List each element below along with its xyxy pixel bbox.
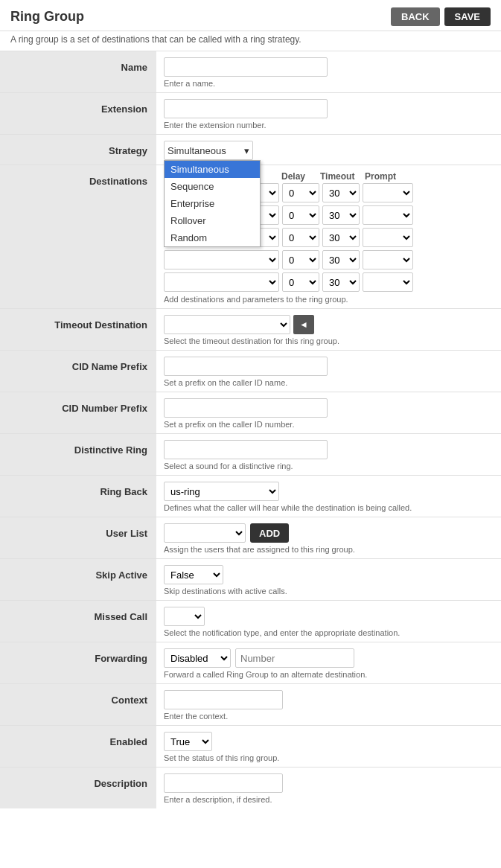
page-subtitle: A ring group is a set of destinations th…	[0, 31, 501, 51]
prompt-select-1[interactable]	[363, 183, 413, 202]
destinations-label: Destinations	[0, 165, 156, 309]
name-label: Name	[0, 51, 156, 93]
distinctive-ring-value-cell: Select a sound for a distinctive ring.	[156, 434, 501, 476]
strategy-value-cell: Simultaneous ▾ Simultaneous Sequence Ent…	[156, 135, 501, 165]
timeout-destination-hint: Select the timeout destination for this …	[164, 336, 494, 345]
delay-select-2[interactable]: 0	[282, 205, 319, 225]
extension-input[interactable]	[164, 99, 328, 118]
strategy-dropdown-arrow: ▾	[244, 145, 249, 156]
description-row: Description Enter a description, if desi…	[0, 768, 501, 809]
cid-number-prefix-label: CID Number Prefix	[0, 392, 156, 434]
user-list-value-cell: ADD Assign the users that are assigned t…	[156, 517, 501, 559]
user-list-select[interactable]	[164, 523, 246, 543]
forwarding-hint: Forward a called Ring Group to an altern…	[164, 670, 494, 679]
strategy-container: Simultaneous ▾ Simultaneous Sequence Ent…	[164, 141, 253, 160]
prompt-select-2[interactable]	[363, 205, 413, 225]
missed-call-select[interactable]	[164, 607, 205, 626]
header-buttons: BACK SAVE	[391, 7, 491, 26]
context-value-cell: Enter the context.	[156, 684, 501, 726]
description-hint: Enter a description, if desired.	[164, 795, 494, 804]
prompt-header: Prompt	[365, 171, 424, 182]
ring-back-row: Ring Back us-ring Defines what the calle…	[0, 476, 501, 517]
cid-number-prefix-hint: Set a prefix on the caller ID number.	[164, 420, 494, 429]
strategy-option-simultaneous[interactable]: Simultaneous	[165, 161, 260, 178]
prompt-select-4[interactable]	[363, 250, 413, 269]
timeout-select-5[interactable]: 30	[322, 272, 360, 292]
distinctive-ring-label: Distinctive Ring	[0, 434, 156, 476]
ring-back-value-cell: us-ring Defines what the caller will hea…	[156, 476, 501, 517]
user-list-row-tr: User List ADD Assign the users that are …	[0, 517, 501, 559]
cid-number-prefix-row: CID Number Prefix Set a prefix on the ca…	[0, 392, 501, 434]
distinctive-ring-input[interactable]	[164, 440, 328, 459]
timeout-header: Timeout	[320, 171, 365, 182]
context-input[interactable]	[164, 690, 283, 709]
missed-call-inner	[164, 607, 494, 626]
timeout-back-button[interactable]: ◄	[293, 315, 314, 334]
delay-select-5[interactable]: 0	[282, 272, 319, 292]
strategy-option-sequence[interactable]: Sequence	[165, 178, 260, 195]
delay-select-3[interactable]: 0	[282, 228, 319, 247]
timeout-select-4[interactable]: 30	[322, 250, 360, 269]
strategy-option-random[interactable]: Random	[165, 229, 260, 246]
page-title: Ring Group	[10, 9, 84, 25]
name-input[interactable]	[164, 57, 328, 77]
forwarding-label: Forwarding	[0, 642, 156, 684]
back-button[interactable]: BACK	[391, 7, 440, 26]
name-value-cell: Enter a name.	[156, 51, 501, 93]
user-list-row: ADD	[164, 523, 494, 543]
skip-active-hint: Skip destinations with active calls.	[164, 587, 494, 596]
strategy-select-display[interactable]: Simultaneous ▾	[164, 141, 253, 160]
prompt-select-3[interactable]	[363, 228, 413, 247]
user-list-add-button[interactable]: ADD	[250, 523, 289, 543]
strategy-option-rollover[interactable]: Rollover	[165, 212, 260, 229]
strategy-selected-value: Simultaneous	[167, 145, 226, 156]
user-list-hint: Assign the users that are assigned to th…	[164, 545, 494, 554]
extension-hint: Enter the extension number.	[164, 121, 494, 130]
forwarding-inner: Disabled Enabled	[164, 648, 494, 668]
skip-active-select[interactable]: False True	[164, 565, 223, 584]
extension-label: Extension	[0, 93, 156, 135]
delay-select-4[interactable]: 0	[282, 250, 319, 269]
delay-select-1[interactable]: 0	[282, 183, 319, 202]
description-value-cell: Enter a description, if desired.	[156, 768, 501, 809]
strategy-dropdown: Simultaneous Sequence Enterprise Rollove…	[164, 160, 261, 247]
forwarding-number-input[interactable]	[235, 648, 354, 668]
context-hint: Enter the context.	[164, 712, 494, 721]
delay-header: Delay	[281, 171, 320, 182]
save-button[interactable]: SAVE	[444, 7, 491, 26]
cid-name-prefix-value-cell: Set a prefix on the caller ID name.	[156, 351, 501, 392]
name-row: Name Enter a name.	[0, 51, 501, 93]
timeout-destination-select[interactable]	[164, 315, 290, 334]
ring-back-label: Ring Back	[0, 476, 156, 517]
strategy-label: Strategy	[0, 135, 156, 165]
ring-back-select[interactable]: us-ring	[164, 482, 279, 501]
user-list-label: User List	[0, 517, 156, 559]
timeout-select-1[interactable]: 30	[322, 183, 360, 202]
cid-name-prefix-hint: Set a prefix on the caller ID name.	[164, 378, 494, 387]
cid-name-prefix-label: CID Name Prefix	[0, 351, 156, 392]
skip-active-row: Skip Active False True Skip destinations…	[0, 559, 501, 601]
dest-select-5[interactable]	[164, 272, 279, 292]
strategy-row: Strategy Simultaneous ▾ Simultaneous Seq…	[0, 135, 501, 165]
timeout-select-3[interactable]: 30	[322, 228, 360, 247]
description-input[interactable]	[164, 773, 283, 793]
cid-number-prefix-input[interactable]	[164, 398, 328, 418]
enabled-value-cell: True False Set the status of this ring g…	[156, 726, 501, 768]
forwarding-select[interactable]: Disabled Enabled	[164, 648, 231, 668]
timeout-destination-value-cell: ◄ Select the timeout destination for thi…	[156, 309, 501, 351]
timeout-select-2[interactable]: 30	[322, 205, 360, 225]
dest-select-4[interactable]	[164, 250, 279, 269]
cid-name-prefix-input[interactable]	[164, 357, 328, 376]
dest-row-4: 0 30	[164, 250, 494, 269]
ring-back-hint: Defines what the caller will hear while …	[164, 503, 494, 512]
timeout-destination-label: Timeout Destination	[0, 309, 156, 351]
timeout-row: ◄	[164, 315, 494, 334]
strategy-option-enterprise[interactable]: Enterprise	[165, 195, 260, 212]
form-table: Name Enter a name. Extension Enter the e…	[0, 51, 501, 808]
distinctive-ring-row: Distinctive Ring Select a sound for a di…	[0, 434, 501, 476]
enabled-select[interactable]: True False	[164, 732, 212, 751]
destinations-hint: Add destinations and parameters to the r…	[164, 295, 494, 304]
enabled-hint: Set the status of this ring group.	[164, 753, 494, 762]
enabled-row: Enabled True False Set the status of thi…	[0, 726, 501, 768]
prompt-select-5[interactable]	[363, 272, 413, 292]
